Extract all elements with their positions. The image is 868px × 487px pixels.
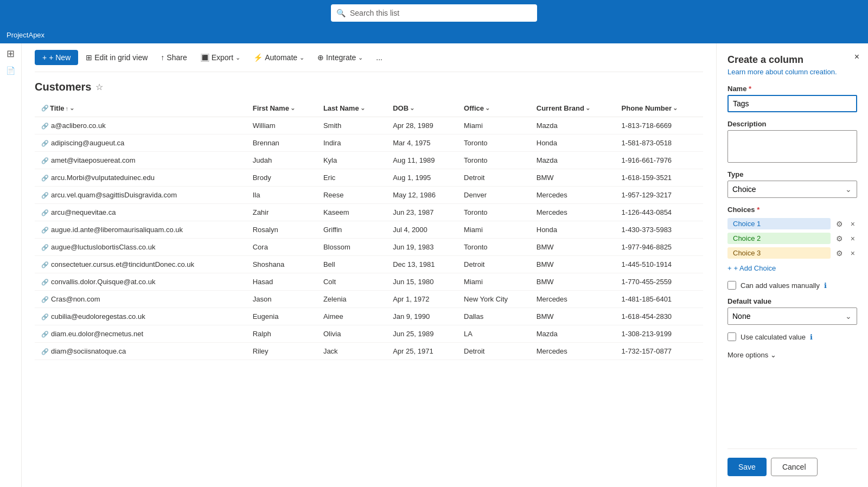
cell-brand: BMW	[530, 273, 615, 291]
cell-office: Toronto	[457, 134, 530, 152]
sort-caret-icon[interactable]: ⌄	[69, 105, 74, 112]
dob-filter-icon[interactable]: ⌄	[410, 105, 414, 112]
choice-badge-2[interactable]: Choice 2	[727, 233, 831, 244]
table-row[interactable]: 🔗arcu.vel.quam@sagittisDuisgravida.com I…	[35, 187, 703, 204]
cell-title: 🔗diam@sociisnatoque.ca	[35, 343, 246, 360]
toolbar: + + New ⊞ Edit in grid view ↑ Share 🔳 Ex…	[35, 43, 703, 72]
can-add-manually-checkbox[interactable]	[727, 281, 736, 290]
panel-title: Create a column	[727, 54, 857, 66]
table-row[interactable]: 🔗augue.id.ante@liberomaurisaliquam.co.uk…	[35, 221, 703, 239]
can-add-manually-label[interactable]: Can add values manually	[741, 281, 820, 290]
type-select-wrapper: Choice Text Number Yes/No Date Person	[727, 181, 857, 198]
export-button[interactable]: 🔳 Export ⌄	[195, 50, 246, 65]
choice-2-gear-button[interactable]: ⚙	[834, 233, 845, 244]
table-row[interactable]: 🔗diam@sociisnatoque.ca Riley Jack Apr 25…	[35, 343, 703, 360]
cell-dob: Jun 23, 1987	[386, 204, 457, 221]
description-textarea[interactable]	[727, 130, 857, 163]
sidebar-home-icon[interactable]: ⊞	[7, 48, 15, 60]
can-add-manually-info-icon[interactable]: ℹ	[824, 281, 827, 290]
phone-filter-icon[interactable]: ⌄	[673, 105, 678, 112]
cell-phone: 1-977-946-8825	[615, 239, 703, 256]
name-input[interactable]	[727, 95, 857, 112]
col-last-name[interactable]: Last Name ⌄	[317, 100, 386, 117]
table-row[interactable]: 🔗augue@luctuslobortisClass.co.uk Cora Bl…	[35, 239, 703, 256]
table-row[interactable]: 🔗adipiscing@augueut.ca Brennan Indira Ma…	[35, 134, 703, 152]
last-name-filter-icon[interactable]: ⌄	[360, 105, 365, 112]
cell-office: Miami	[457, 221, 530, 239]
cell-title: 🔗adipiscing@augueut.ca	[35, 134, 246, 152]
first-name-filter-icon[interactable]: ⌄	[290, 105, 295, 112]
choice-1-remove-button[interactable]: ×	[848, 219, 857, 229]
table-row[interactable]: 🔗cubilia@eudoloregestas.co.uk Eugenia Ai…	[35, 308, 703, 325]
choice-1-gear-button[interactable]: ⚙	[834, 219, 845, 229]
panel-close-button[interactable]: ×	[854, 52, 859, 62]
table-row[interactable]: 🔗a@aclibero.co.uk William Smith Apr 28, …	[35, 117, 703, 134]
cell-office: Detroit	[457, 169, 530, 187]
sidebar-template-icon[interactable]: 📄	[6, 66, 15, 75]
edit-grid-button[interactable]: ⊞ Edit in grid view	[80, 50, 153, 65]
choice-3-remove-button[interactable]: ×	[848, 248, 857, 259]
more-toolbar-button[interactable]: ...	[371, 50, 388, 65]
favorite-star-icon[interactable]: ☆	[95, 82, 103, 92]
choice-badge-1[interactable]: Choice 1	[727, 218, 831, 229]
default-value-select[interactable]: None Choice 1 Choice 2 Choice 3	[727, 307, 857, 325]
cell-brand: Mazda	[530, 117, 615, 134]
use-calculated-label[interactable]: Use calculated value	[741, 333, 806, 341]
table-row[interactable]: 🔗consectetuer.cursus.et@tinciduntDonec.c…	[35, 256, 703, 273]
use-calculated-checkbox[interactable]	[727, 332, 736, 341]
search-container[interactable]: 🔍 Search this list	[331, 4, 537, 22]
cell-dob: Jun 15, 1980	[386, 273, 457, 291]
col-first-name[interactable]: First Name ⌄	[246, 100, 317, 117]
new-button[interactable]: + + New	[35, 50, 78, 65]
choice-item-2: Choice 2 ⚙ ×	[727, 233, 857, 244]
cell-last-name: Aimee	[317, 308, 386, 325]
col-title[interactable]: 🔗 Title ↑ ⌄	[35, 100, 246, 117]
cell-last-name: Kaseem	[317, 204, 386, 221]
table-row[interactable]: 🔗diam.eu.dolor@necmetus.net Ralph Olivia…	[35, 325, 703, 343]
choice-3-gear-button[interactable]: ⚙	[834, 248, 845, 259]
col-brand[interactable]: Current Brand ⌄	[530, 100, 615, 117]
table-row[interactable]: 🔗amet@vitaeposuereat.com Judah Kyla Aug …	[35, 152, 703, 169]
cell-dob: Apr 25, 1971	[386, 343, 457, 360]
use-calculated-info-icon[interactable]: ℹ	[810, 333, 813, 341]
col-office[interactable]: Office ⌄	[457, 100, 530, 117]
cell-office: Toronto	[457, 239, 530, 256]
col-phone[interactable]: Phone Number ⌄	[615, 100, 703, 117]
add-choice-button[interactable]: + + Add Choice	[727, 262, 857, 274]
table-row[interactable]: 🔗arcu@nequevitae.ca Zahir Kaseem Jun 23,…	[35, 204, 703, 221]
cell-last-name: Kyla	[317, 152, 386, 169]
save-button[interactable]: Save	[727, 458, 767, 476]
learn-more-link[interactable]: Learn more about column creation.	[727, 68, 857, 76]
table-row[interactable]: 🔗arcu.Morbi@vulputateduinec.edu Brody Er…	[35, 169, 703, 187]
integrate-icon: ⊕	[317, 53, 324, 62]
table-row[interactable]: 🔗convallis.dolor.Quisque@at.co.uk Hasad …	[35, 273, 703, 291]
cell-phone: 1-581-873-0518	[615, 134, 703, 152]
cell-dob: May 12, 1986	[386, 187, 457, 204]
more-options-button[interactable]: More options ⌄	[727, 349, 857, 361]
cell-first-name: Rosalyn	[246, 221, 317, 239]
cell-brand: BMW	[530, 169, 615, 187]
cell-phone: 1-813-718-6669	[615, 117, 703, 134]
choice-2-remove-button[interactable]: ×	[848, 233, 857, 244]
cell-last-name: Jack	[317, 343, 386, 360]
automate-button[interactable]: ⚡ Automate ⌄	[248, 50, 310, 65]
cell-phone: 1-430-373-5983	[615, 221, 703, 239]
sort-asc-icon: ↑	[66, 105, 69, 112]
type-select[interactable]: Choice Text Number Yes/No Date Person	[727, 181, 857, 198]
search-icon: 🔍	[336, 9, 346, 17]
cell-brand: Mercedes	[530, 204, 615, 221]
cell-title: 🔗a@aclibero.co.uk	[35, 117, 246, 134]
cancel-button[interactable]: Cancel	[771, 458, 818, 476]
cell-first-name: Cora	[246, 239, 317, 256]
table-row[interactable]: 🔗Cras@non.com Jason Zelenia Apr 1, 1972 …	[35, 291, 703, 308]
cell-last-name: Smith	[317, 117, 386, 134]
brand-filter-icon[interactable]: ⌄	[585, 105, 590, 112]
choice-badge-3[interactable]: Choice 3	[727, 247, 831, 259]
cell-first-name: William	[246, 117, 317, 134]
col-dob[interactable]: DOB ⌄	[386, 100, 457, 117]
office-filter-icon[interactable]: ⌄	[485, 105, 490, 112]
share-button[interactable]: ↑ Share	[155, 50, 192, 65]
cell-brand: Mercedes	[530, 343, 615, 360]
integrate-button[interactable]: ⊕ Integrate ⌄	[312, 50, 368, 65]
cell-first-name: Zahir	[246, 204, 317, 221]
